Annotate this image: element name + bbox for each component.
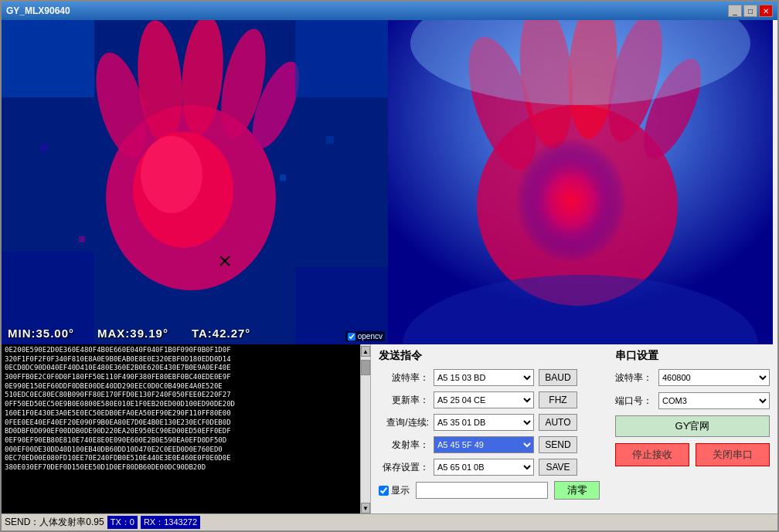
window-title: GY_MLX90640 xyxy=(6,5,70,16)
thermal-image-left xyxy=(2,20,388,344)
serial-port-select[interactable]: COM3 xyxy=(658,392,770,409)
serial-port-label: 端口号： xyxy=(615,395,654,408)
opencv-badge: opencv xyxy=(345,331,385,341)
serial-port-row: 端口号： COM3 xyxy=(615,392,770,409)
query-select[interactable]: A5 35 01 DB xyxy=(434,414,534,431)
display-label: 显示 xyxy=(391,484,410,497)
refresh-select[interactable]: A5 25 04 CE xyxy=(434,391,534,408)
thermal-left-panel: MIN:35.00° MAX:39.19° TA:42.27° opencv xyxy=(2,20,388,344)
minimize-button[interactable]: _ xyxy=(728,5,742,17)
hex-content: 0E200E590E2D0E360E480F4B0E660E040F040F1B… xyxy=(5,346,357,473)
serial-baud-label: 波特率： xyxy=(615,371,654,385)
status-bar: SEND：人体发射率0.95 TX：0 RX：1343272 xyxy=(2,513,777,530)
clear-button[interactable]: 清零 xyxy=(554,481,600,500)
hex-data-area: 0E200E590E2D0E360E480F4B0E660E040F040F1B… xyxy=(2,344,360,513)
top-section: MIN:35.00° MAX:39.19° TA:42.27° opencv xyxy=(2,20,777,344)
status-rx: RX：1343272 xyxy=(141,516,200,529)
save-select[interactable]: A5 65 01 0B xyxy=(434,459,534,476)
save-row: 保存设置： A5 65 01 0B SAVE xyxy=(379,459,600,476)
opencv-checkbox[interactable] xyxy=(348,333,355,341)
fhz-button[interactable]: FHZ xyxy=(539,391,577,408)
serial-baud-select[interactable]: 460800 xyxy=(658,369,770,386)
stop-receive-button[interactable]: 停止接收 xyxy=(615,443,689,466)
opencv-label: opencv xyxy=(358,332,383,341)
save-label: 保存设置： xyxy=(379,461,429,474)
svg-rect-14 xyxy=(79,236,85,242)
max-temp: MAX:39.19° xyxy=(97,327,168,340)
send-rate-row: 发射率： A5 45 5F 49 SEND xyxy=(379,436,600,453)
ta-temp: TA:42.27° xyxy=(192,327,250,340)
svg-rect-15 xyxy=(280,175,286,181)
baud-select[interactable]: A5 15 03 BD xyxy=(434,369,534,386)
baud-label: 波特率： xyxy=(379,371,429,385)
send-button[interactable]: SEND xyxy=(539,436,577,453)
serial-panel: 串口设置 波特率： 460800 端口号： COM3 GY官网 停止接收 xyxy=(607,344,777,513)
clear-row: 显示 清零 xyxy=(379,481,600,500)
send-rate-select[interactable]: A5 45 5F 49 xyxy=(434,436,534,453)
main-window: GY_MLX90640 _ □ ✕ xyxy=(0,0,779,532)
display-checkbox[interactable] xyxy=(379,486,389,496)
thermal-info: MIN:35.00° MAX:39.19° TA:42.27° xyxy=(8,327,250,340)
display-checkbox-row: 显示 xyxy=(379,484,410,497)
query-label: 查询/连续: xyxy=(379,416,429,429)
baud-button[interactable]: BAUD xyxy=(539,369,577,386)
scroll-down-btn[interactable]: ▼ xyxy=(361,503,370,513)
auto-button[interactable]: AUTO xyxy=(539,414,577,431)
close-button[interactable]: ✕ xyxy=(759,5,773,17)
window-controls: _ □ ✕ xyxy=(728,5,773,17)
svg-rect-11 xyxy=(295,20,388,97)
refresh-row: 更新率： A5 25 04 CE FHZ xyxy=(379,391,600,408)
svg-point-9 xyxy=(141,136,202,213)
scroll-thumb[interactable] xyxy=(361,360,370,375)
status-tx: TX：0 xyxy=(107,516,138,529)
serial-panel-title: 串口设置 xyxy=(615,349,770,363)
baud-row: 波特率： A5 15 03 BD BAUD xyxy=(379,369,600,386)
scrollbar[interactable]: ▲ ▼ xyxy=(360,344,371,513)
serial-baud-row: 波特率： 460800 xyxy=(615,369,770,386)
send-input[interactable] xyxy=(416,482,548,499)
thermal-left-canvas xyxy=(2,20,388,344)
close-port-button[interactable]: 关闭串口 xyxy=(696,443,770,466)
svg-rect-16 xyxy=(326,136,334,144)
scroll-up-btn[interactable]: ▲ xyxy=(361,346,370,357)
maximize-button[interactable]: □ xyxy=(743,5,757,17)
min-temp: MIN:35.00° xyxy=(8,327,74,340)
send-panel-title: 发送指令 xyxy=(379,349,600,363)
svg-point-27 xyxy=(512,128,635,267)
thermal-right-panel xyxy=(388,20,773,344)
action-buttons: 停止接收 关闭串口 xyxy=(615,443,770,466)
send-panel: 发送指令 波特率： A5 15 03 BD BAUD 更新率： A5 25 04… xyxy=(371,344,607,513)
refresh-label: 更新率： xyxy=(379,394,429,407)
svg-rect-17 xyxy=(40,144,48,151)
bottom-section: 0E200E590E2D0E360E480F4B0E660E040F040F1B… xyxy=(2,344,777,513)
title-bar: GY_MLX90640 _ □ ✕ xyxy=(2,2,777,20)
send-rate-label: 发射率： xyxy=(379,439,429,452)
query-row: 查询/连续: A5 35 01 DB AUTO xyxy=(379,414,600,431)
svg-rect-10 xyxy=(2,20,94,97)
thermal-image-right xyxy=(388,20,773,344)
save-button[interactable]: SAVE xyxy=(539,459,577,476)
gy-website-button[interactable]: GY官网 xyxy=(615,415,770,437)
main-content: MIN:35.00° MAX:39.19° TA:42.27° opencv xyxy=(2,20,777,530)
status-send-text: SEND：人体发射率0.95 xyxy=(5,516,104,529)
